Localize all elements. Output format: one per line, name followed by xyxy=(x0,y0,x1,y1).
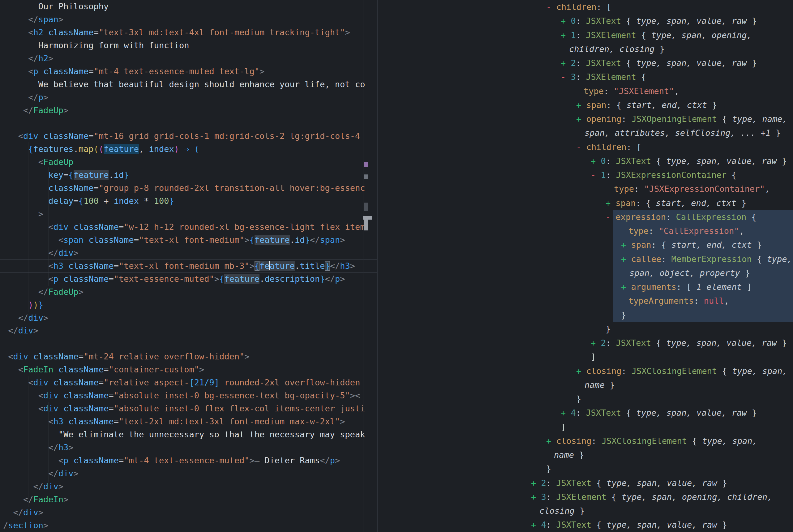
token-mp: + xyxy=(621,282,631,292)
token-txt xyxy=(58,274,63,284)
code-line-31[interactable]: <div className="absolute inset-0 bg-esse… xyxy=(0,389,377,402)
ast-line-38[interactable]: + 4: JSXText { type, span, value, raw } xyxy=(378,518,793,532)
ast-line-6[interactable]: - 3: JSXElement { xyxy=(378,70,793,84)
ast-line-26[interactable]: ] xyxy=(378,350,793,364)
code-line-33[interactable]: <h3 className="text-2xl md:text-3xl font… xyxy=(0,415,377,428)
token-tag: h3 xyxy=(340,261,350,271)
code-line-36[interactable]: <p className="mt-4 text-essence-muted">—… xyxy=(0,454,377,467)
token-txt xyxy=(3,300,28,310)
code-line-10[interactable] xyxy=(0,117,377,130)
code-line-6[interactable]: <p className="mt-4 text-essence-muted te… xyxy=(0,65,377,78)
pane-splitter[interactable] xyxy=(377,0,378,532)
code-line-8[interactable]: </p> xyxy=(0,91,377,104)
code-line-21[interactable]: <h3 className="text-xl font-medium mb-3"… xyxy=(0,260,377,272)
code-line-1[interactable]: Our Philosophy xyxy=(0,0,377,13)
code-line-35[interactable]: </h3> xyxy=(0,441,377,454)
code-line-30[interactable]: <div className="relative aspect-[21/9] r… xyxy=(0,376,377,389)
ast-line-7[interactable]: type: "JSXElement", xyxy=(378,84,793,98)
ast-line-20[interactable]: span, object, property } xyxy=(378,266,793,280)
code-line-26[interactable]: </div> xyxy=(0,324,377,337)
ast-line-1[interactable]: - children: [ xyxy=(378,0,793,14)
code-line-15[interactable]: className="group p-8 rounded-2xl transit… xyxy=(0,182,377,194)
ast-line-9[interactable]: + opening: JSXOpeningElement { type, nam… xyxy=(378,112,793,126)
ast-line-28[interactable]: name } xyxy=(378,378,793,392)
ast-line-19[interactable]: + callee: MemberExpression { type, xyxy=(378,252,793,266)
ast-line-34[interactable]: } xyxy=(378,462,793,476)
token-str: "absolute inset-0 flex flex-col items-ce… xyxy=(114,404,365,413)
code-line-14[interactable]: key={feature.id} xyxy=(0,169,377,182)
code-line-13[interactable]: <FadeUp xyxy=(0,156,377,169)
code-line-22[interactable]: <p className="text-essence-muted">{featu… xyxy=(0,272,377,285)
token-brx: { xyxy=(254,261,259,271)
ast-line-4[interactable]: children, closing } xyxy=(378,42,793,56)
ast-line-11[interactable]: - children: [ xyxy=(378,140,793,154)
code-line-2[interactable]: </span> xyxy=(0,13,377,26)
code-line-9[interactable]: </FadeUp> xyxy=(0,104,377,117)
ast-line-14[interactable]: type: "JSXExpressionContainer", xyxy=(378,182,793,196)
code-line-25[interactable]: </div> xyxy=(0,311,377,324)
code-line-32[interactable]: <div className="absolute inset-0 flex fl… xyxy=(0,402,377,415)
code-line-18[interactable]: <div className="w-12 h-12 rounded-xl bg-… xyxy=(0,221,377,233)
code-line-12[interactable]: {features.map((feature, index) ⇒ ( xyxy=(0,142,377,156)
token-eq: = xyxy=(114,261,119,271)
code-line-29[interactable]: <FadeIn className="container-custom"> xyxy=(0,363,377,376)
ast-line-16[interactable]: - expression: CallExpression { xyxy=(378,210,793,224)
code-line-28[interactable]: <div className="mt-24 relative overflow-… xyxy=(0,350,377,363)
code-line-7[interactable]: We believe that beautiful design should … xyxy=(0,78,377,91)
code-line-34[interactable]: "We eliminate the unnecessary so that th… xyxy=(0,428,377,441)
ast-line-12[interactable]: + 0: JSXText { type, span, value, raw } xyxy=(378,154,793,168)
code-line-5[interactable]: </h2> xyxy=(0,52,377,65)
code-line-4[interactable]: Harmonizing form with function xyxy=(0,39,377,52)
code-line-16[interactable]: delay={100 + index * 100} xyxy=(0,194,377,208)
code-line-37[interactable]: </div> xyxy=(0,467,377,480)
ast-line-5[interactable]: + 2: JSXText { type, span, value, raw } xyxy=(378,56,793,70)
ast-line-24[interactable]: } xyxy=(378,322,793,336)
code-line-11[interactable]: <div className="mt-16 grid grid-cols-1 m… xyxy=(0,130,377,142)
ast-line-13[interactable]: - 1: JSXExpressionContainer { xyxy=(378,168,793,182)
ast-line-10[interactable]: span, attributes, selfClosing, ... +1 } xyxy=(378,126,793,140)
ast-line-37[interactable]: closing } xyxy=(378,504,793,518)
ast-line-32[interactable]: + closing: JSXClosingElement { type, spa… xyxy=(378,434,793,448)
ast-line-22[interactable]: typeArguments: null, xyxy=(378,294,793,308)
ast-line-31[interactable]: ] xyxy=(378,420,793,434)
code-line-27[interactable] xyxy=(0,337,377,350)
code-line-38[interactable]: </div> xyxy=(0,480,377,493)
token-rpn: ] xyxy=(561,422,566,432)
ast-line-30[interactable]: + 4: JSXText { type, span, value, raw } xyxy=(378,406,793,420)
token-str: "text-xl font-medium" xyxy=(139,235,244,245)
code-line-3[interactable]: <h2 className="text-3xl md:text-4xl font… xyxy=(0,26,377,39)
ast-line-3[interactable]: + 1: JSXElement { type, span, opening, xyxy=(378,28,793,42)
ast-line-35[interactable]: + 2: JSXText { type, span, value, raw } xyxy=(378,476,793,490)
token-num: 100 xyxy=(83,196,99,206)
code-line-39[interactable]: </FadeIn> xyxy=(0,493,377,506)
token-pn: < xyxy=(58,235,63,245)
code-line-24[interactable]: ))} xyxy=(0,299,377,311)
ast-line-23[interactable]: } xyxy=(378,308,793,322)
token-nul: null xyxy=(704,296,724,306)
token-eq: = xyxy=(79,352,83,361)
token-pn: > xyxy=(79,287,83,297)
ast-line-36[interactable]: + 3: JSXElement { type, span, opening, c… xyxy=(378,490,793,504)
code-line-19[interactable]: <span className="text-xl font-medium">{f… xyxy=(0,233,377,247)
ast-tree-panel[interactable]: - children: [+ 0: JSXText { type, span, … xyxy=(378,0,793,532)
code-lines-container[interactable]: Our Philosophy </span> <h2 className="te… xyxy=(0,0,377,532)
code-line-40[interactable]: </div> xyxy=(0,506,377,519)
token-rpn: : xyxy=(576,408,586,418)
code-line-23[interactable]: </FadeUp> xyxy=(0,285,377,299)
ast-line-25[interactable]: + 2: JSXText { type, span, value, raw } xyxy=(378,336,793,350)
ast-line-29[interactable]: } xyxy=(378,392,793,406)
source-code-editor[interactable]: Our Philosophy </span> <h2 className="te… xyxy=(0,0,377,532)
ast-line-8[interactable]: + span: { start, end, ctxt } xyxy=(378,98,793,112)
code-line-20[interactable]: </div> xyxy=(0,247,377,260)
ast-line-21[interactable]: + arguments: [ 1 element ] xyxy=(378,280,793,294)
ast-line-15[interactable]: + span: { start, end, ctxt } xyxy=(378,196,793,210)
ast-line-33[interactable]: name } xyxy=(378,448,793,462)
code-line-17[interactable]: > xyxy=(0,208,377,221)
ast-line-17[interactable]: type: "CallExpression", xyxy=(378,224,793,238)
ast-line-2[interactable]: + 0: JSXText { type, span, value, raw } xyxy=(378,14,793,28)
token-node: JSXText xyxy=(556,520,591,530)
ast-lines-container[interactable]: - children: [+ 0: JSXText { type, span, … xyxy=(378,0,793,532)
ast-line-18[interactable]: + span: { start, end, ctxt } xyxy=(378,238,793,252)
code-line-41[interactable]: /section> xyxy=(0,519,377,532)
ast-line-27[interactable]: + closing: JSXClosingElement { type, spa… xyxy=(378,364,793,378)
